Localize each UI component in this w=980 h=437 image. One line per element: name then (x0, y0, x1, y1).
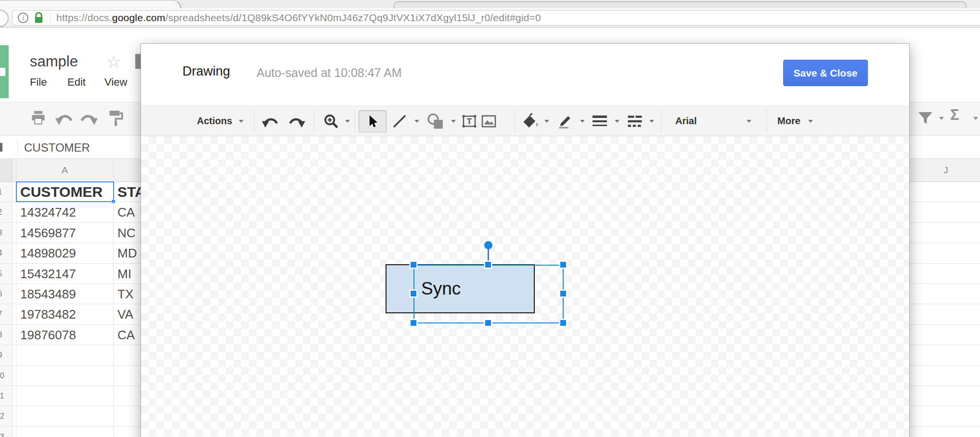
row-number[interactable]: 12 (0, 406, 13, 426)
column-header-a[interactable]: A (16, 159, 114, 181)
resize-handle-se[interactable] (560, 320, 566, 326)
resize-handle-e[interactable] (560, 291, 566, 296)
cell-a5[interactable]: 15432147 (16, 264, 114, 283)
filter-icon[interactable] (916, 109, 934, 126)
resize-handle-sw[interactable] (411, 320, 416, 326)
address-bar[interactable]: i https://docs.google.com/spreadsheets/d… (12, 10, 980, 26)
resize-handle-w[interactable] (411, 291, 416, 296)
browser-window: i https://docs.google.com/spreadsheets/d… (0, 0, 980, 437)
select-tool-button[interactable] (359, 110, 387, 132)
row-number[interactable]: 10 (0, 366, 13, 386)
row-number[interactable]: 6 (0, 284, 13, 304)
functions-caret-icon[interactable] (973, 117, 978, 122)
page-info-icon[interactable]: i (18, 13, 28, 23)
toolbar-divider (661, 110, 661, 132)
drawing-canvas[interactable]: Sync (141, 136, 909, 437)
shape-tool-icon[interactable] (425, 112, 447, 130)
menu-file[interactable]: File (30, 76, 47, 89)
row-number[interactable]: 4 (0, 243, 13, 263)
cell-a8[interactable]: 19876078 (16, 325, 114, 345)
cursor-arrow-icon (365, 114, 380, 129)
insert-image-icon[interactable] (480, 113, 498, 130)
redo-icon[interactable] (79, 112, 98, 127)
row-number[interactable]: 13 (0, 427, 13, 437)
print-icon[interactable] (30, 109, 47, 126)
menu-edit[interactable]: Edit (67, 76, 86, 89)
undo-icon[interactable] (55, 112, 74, 127)
url-separator (50, 12, 51, 24)
cell-a1-selected[interactable]: CUSTOMER (16, 182, 114, 202)
cell-a13[interactable] (16, 427, 114, 437)
text-box-icon[interactable]: T (461, 113, 478, 130)
active-tab[interactable] (0, 0, 181, 9)
fill-color-caret-icon[interactable] (544, 120, 549, 125)
row-number[interactable]: 9 (0, 345, 13, 365)
cell-a6[interactable]: 18543489 (16, 284, 114, 304)
line-dash-icon[interactable] (626, 114, 644, 129)
column-header-j[interactable]: J (912, 159, 980, 182)
filter-caret-icon[interactable] (939, 117, 944, 122)
menu-view[interactable]: View (104, 76, 127, 89)
drawing-toolbar: Actions (141, 105, 909, 136)
font-family-caret-icon[interactable] (747, 120, 751, 125)
url-text: https://docs.google.com/spreadsheets/d/1… (56, 12, 541, 24)
shape-tool-caret-icon[interactable] (451, 120, 456, 125)
browser-button-partial[interactable] (0, 10, 9, 27)
row-number[interactable]: 3 (0, 223, 13, 243)
row-number[interactable]: 8 (0, 325, 13, 345)
font-family-dropdown[interactable]: Arial (675, 106, 696, 136)
formula-bar-separator (17, 140, 18, 155)
name-box-partial (0, 143, 2, 152)
fill-color-icon[interactable] (521, 112, 540, 129)
save-and-close-button[interactable]: Save & Close (783, 60, 868, 86)
shape-selection-box (413, 265, 564, 323)
zoom-caret-icon[interactable] (345, 120, 350, 125)
rotation-handle[interactable] (484, 241, 492, 249)
row-number[interactable]: 7 (0, 304, 13, 324)
redo-icon[interactable] (287, 116, 306, 129)
row-number[interactable]: 2 (0, 202, 13, 222)
line-weight-icon[interactable] (593, 115, 607, 128)
zoom-icon[interactable] (323, 113, 339, 129)
line-color-icon[interactable] (557, 112, 574, 129)
sheets-logo-notch (0, 68, 5, 76)
undo-icon[interactable] (261, 116, 280, 129)
toolbar-divider (355, 110, 355, 132)
cell-a7[interactable]: 19783482 (16, 304, 114, 324)
more-menu[interactable]: More (777, 106, 800, 136)
https-lock-icon (34, 12, 44, 24)
functions-sigma-icon[interactable]: Σ (950, 106, 959, 124)
row-number[interactable]: 1 (0, 182, 13, 202)
cell-a10[interactable] (16, 366, 114, 386)
more-menu-caret-icon[interactable] (808, 120, 813, 125)
resize-handle-ne[interactable] (560, 262, 566, 268)
row-number[interactable]: 11 (0, 386, 13, 406)
cell-a3[interactable]: 14569877 (16, 223, 114, 243)
resize-handle-s[interactable] (485, 320, 491, 326)
paint-format-icon[interactable] (108, 109, 124, 127)
cell-a11[interactable] (16, 386, 114, 406)
cell-a12[interactable] (16, 406, 114, 426)
document-title[interactable]: sample (30, 53, 78, 70)
cell-a2[interactable]: 14324742 (16, 202, 114, 222)
line-color-caret-icon[interactable] (580, 120, 585, 125)
select-all-corner[interactable] (0, 159, 13, 181)
cell-a9[interactable] (16, 345, 114, 365)
line-tool-icon[interactable] (391, 113, 408, 129)
cell-a4[interactable]: 14898029 (16, 243, 114, 263)
line-dash-caret-icon[interactable] (649, 120, 654, 125)
actions-caret-icon[interactable] (239, 120, 244, 125)
star-icon[interactable]: ☆ (106, 52, 121, 71)
svg-text:T: T (467, 116, 472, 126)
line-tool-caret-icon[interactable] (414, 120, 419, 125)
resize-handle-nw[interactable] (411, 262, 416, 268)
resize-handle-n[interactable] (485, 262, 491, 268)
drawing-dialog: Drawing Auto-saved at 10:08:47 AM Save &… (141, 43, 910, 437)
formula-bar-value[interactable]: CUSTOMER (24, 136, 90, 159)
actions-menu[interactable]: Actions (197, 106, 232, 136)
row-number[interactable]: 5 (0, 264, 13, 283)
autosave-status: Auto-saved at 10:08:47 AM (257, 66, 402, 80)
toolbar-divider (767, 110, 767, 132)
line-weight-caret-icon[interactable] (615, 120, 619, 125)
toolbar-divider (314, 110, 314, 132)
